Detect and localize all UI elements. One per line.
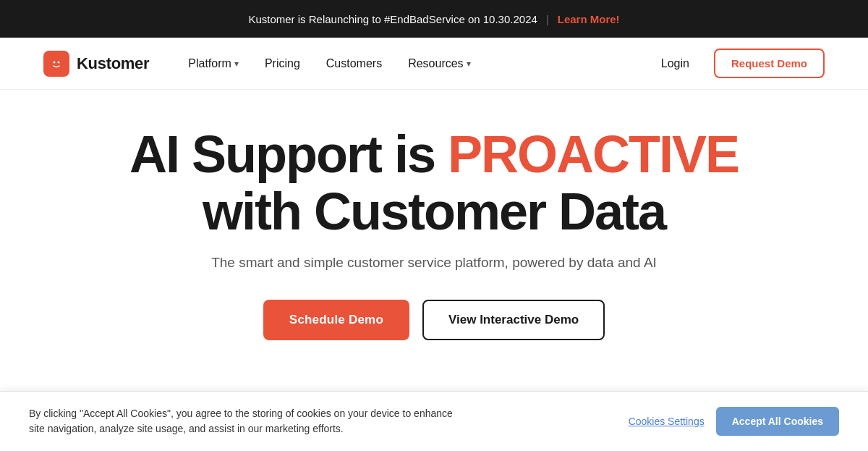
- nav-right: Login Request Demo: [651, 49, 825, 78]
- top-banner: Kustomer is Relaunching to #EndBadServic…: [0, 0, 868, 38]
- resources-chevron-icon: ▾: [467, 59, 471, 69]
- view-interactive-demo-button[interactable]: View Interactive Demo: [422, 300, 605, 340]
- cookie-text: By clicking "Accept All Cookies", you ag…: [29, 406, 463, 437]
- svg-point-2: [58, 61, 60, 63]
- schedule-demo-button[interactable]: Schedule Demo: [263, 300, 409, 340]
- nav-left: Kustomer Platform ▾ Pricing Customers Re…: [43, 51, 481, 77]
- cookie-actions: Cookies Settings Accept All Cookies: [629, 407, 839, 436]
- platform-chevron-icon: ▾: [234, 59, 239, 69]
- accept-cookies-button[interactable]: Accept All Cookies: [716, 407, 839, 436]
- hero-buttons: Schedule Demo View Interactive Demo: [263, 300, 605, 340]
- hero-title-highlight: PROACTIVE: [448, 125, 739, 183]
- hero-section: AI Support is PROACTIVE with Customer Da…: [0, 90, 868, 362]
- hero-title: AI Support is PROACTIVE with Customer Da…: [129, 126, 739, 240]
- logo[interactable]: Kustomer: [43, 51, 149, 77]
- nav-menu: Platform ▾ Pricing Customers Resources ▾: [178, 51, 480, 76]
- nav-pricing-label: Pricing: [265, 57, 300, 70]
- hero-title-part1: AI Support is: [129, 125, 448, 183]
- cookie-banner: By clicking "Accept All Cookies", you ag…: [0, 391, 868, 451]
- nav-item-pricing[interactable]: Pricing: [255, 51, 310, 76]
- svg-point-1: [54, 61, 56, 63]
- cookie-settings-button[interactable]: Cookies Settings: [629, 416, 705, 427]
- nav-item-resources[interactable]: Resources ▾: [398, 51, 480, 76]
- navbar: Kustomer Platform ▾ Pricing Customers Re…: [0, 38, 868, 90]
- hero-title-part2: with Customer Data: [203, 182, 665, 240]
- nav-item-platform[interactable]: Platform ▾: [178, 51, 249, 76]
- nav-platform-label: Platform: [188, 57, 231, 70]
- logo-text: Kustomer: [77, 54, 149, 73]
- hero-subtitle: The smart and simple customer service pl…: [211, 255, 657, 271]
- login-button[interactable]: Login: [651, 51, 699, 76]
- nav-resources-label: Resources: [408, 57, 463, 70]
- nav-customers-label: Customers: [326, 57, 382, 70]
- svg-rect-0: [48, 56, 64, 72]
- banner-link[interactable]: Learn More!: [558, 13, 620, 25]
- nav-item-customers[interactable]: Customers: [316, 51, 392, 76]
- banner-text: Kustomer is Relaunching to #EndBadServic…: [248, 13, 537, 25]
- request-demo-button[interactable]: Request Demo: [714, 49, 825, 78]
- banner-divider: |: [546, 13, 549, 25]
- logo-icon: [43, 51, 69, 77]
